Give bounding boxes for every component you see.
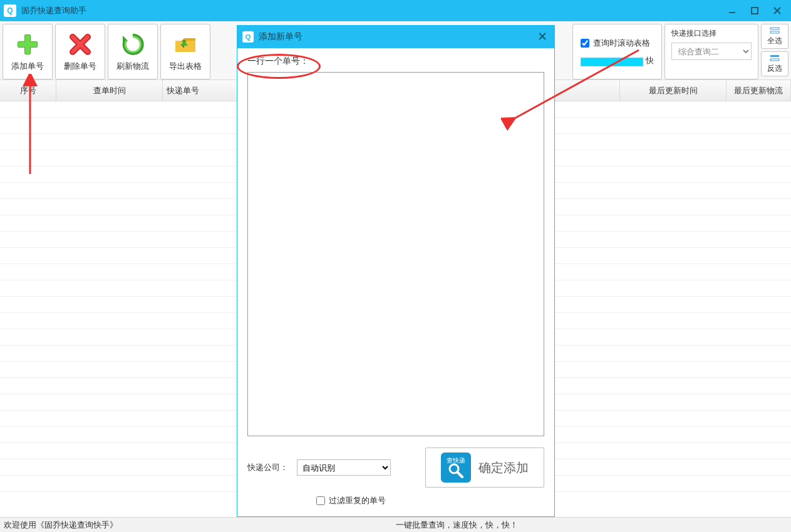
window-title: 固乔快递查询助手 <box>21 5 722 16</box>
add-number-dialog: Q 添加新单号 一行一个单号： 快递公司： 自动识别 确定添加 <box>237 25 555 517</box>
tracking-numbers-input[interactable] <box>247 72 544 436</box>
col-index[interactable]: 序号 <box>0 80 56 101</box>
dialog-close-button[interactable] <box>535 29 549 45</box>
api-select[interactable]: 综合查询二 <box>671 43 752 60</box>
delete-number-button[interactable]: 删除单号 <box>55 24 105 79</box>
filter-dup-label: 过滤重复的单号 <box>329 495 386 506</box>
filter-dup-checkbox[interactable]: 过滤重复的单号 <box>316 495 544 506</box>
scroll-checkbox-label: 查询时滚动表格 <box>593 38 650 49</box>
query-progress <box>581 58 643 66</box>
refresh-label: 刷新物流 <box>116 61 149 72</box>
svg-rect-7 <box>18 42 37 47</box>
svg-rect-10 <box>770 55 779 57</box>
checklist-icon <box>770 27 780 34</box>
query-options: 查询时滚动表格 快 <box>572 24 662 79</box>
select-all-button[interactable]: 全选 <box>761 24 788 49</box>
dialog-title-bar: Q 添加新单号 <box>237 26 554 48</box>
company-label: 快递公司： <box>247 462 288 473</box>
confirm-add-label: 确定添加 <box>478 459 529 476</box>
svg-rect-9 <box>770 31 779 33</box>
scroll-on-query-checkbox[interactable]: 查询时滚动表格 <box>581 38 654 49</box>
invert-select-button[interactable]: 反选 <box>761 51 788 76</box>
progress-label: 快 <box>646 55 654 66</box>
api-group-label: 快递接口选择 <box>671 28 716 39</box>
maximize-button[interactable] <box>745 3 765 18</box>
add-number-label: 添加单号 <box>11 61 44 72</box>
select-all-label: 全选 <box>767 36 782 46</box>
col-update-info[interactable]: 最后更新物流 <box>726 80 791 101</box>
col-query-time[interactable]: 查单时间 <box>56 80 163 101</box>
refresh-icon <box>120 32 145 57</box>
scroll-checkbox-input[interactable] <box>581 39 589 48</box>
filter-dup-input[interactable] <box>316 496 325 505</box>
api-selector-group: 快递接口选择 综合查询二 <box>664 24 758 79</box>
status-left: 欢迎使用《固乔快递查询快手》 <box>4 519 396 531</box>
dialog-icon: Q <box>242 31 254 43</box>
dialog-hint: 一行一个单号： <box>247 56 544 67</box>
plus-icon <box>15 32 40 57</box>
search-express-icon <box>441 453 471 483</box>
svg-line-15 <box>457 472 462 477</box>
delete-number-label: 删除单号 <box>64 61 96 72</box>
svg-rect-1 <box>752 8 758 14</box>
close-icon <box>538 32 547 41</box>
confirm-add-button[interactable]: 确定添加 <box>425 448 544 488</box>
invert-select-label: 反选 <box>767 63 782 74</box>
invert-icon <box>770 54 780 62</box>
add-number-button[interactable]: 添加单号 <box>3 24 53 79</box>
folder-export-icon <box>173 32 198 57</box>
close-button[interactable] <box>767 3 787 18</box>
col-update-time[interactable]: 最后更新时间 <box>620 80 726 101</box>
company-select[interactable]: 自动识别 <box>297 459 391 476</box>
x-icon <box>68 32 93 57</box>
svg-rect-8 <box>770 28 779 29</box>
export-button[interactable]: 导出表格 <box>160 24 210 79</box>
refresh-button[interactable]: 刷新物流 <box>108 24 158 79</box>
title-bar: Q 固乔快递查询助手 <box>0 0 791 21</box>
export-label: 导出表格 <box>169 61 202 72</box>
status-bar: 欢迎使用《固乔快递查询快手》 一键批量查询，速度快，快，快！ <box>0 517 791 532</box>
minimize-button[interactable] <box>722 3 742 18</box>
app-icon: Q <box>4 4 16 17</box>
status-right: 一键批量查询，速度快，快，快！ <box>396 519 788 531</box>
dialog-title: 添加新单号 <box>259 31 535 43</box>
svg-rect-11 <box>770 59 779 61</box>
